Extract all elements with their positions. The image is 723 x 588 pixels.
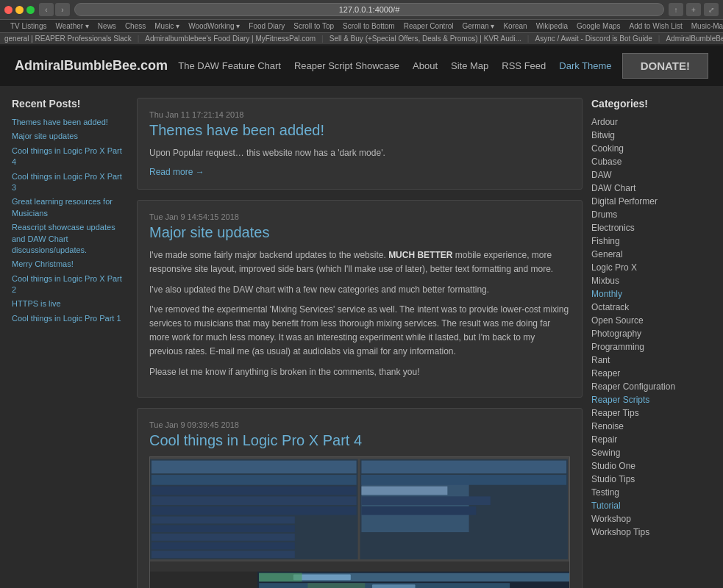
tab-german[interactable]: German ▾ — [458, 20, 499, 32]
cat-studio-tips[interactable]: Studio Tips — [591, 474, 711, 484]
recent-post-6[interactable]: Reascript showcase updates and DAW Chart… — [12, 222, 128, 256]
read-more-1[interactable]: Read more → — [149, 167, 204, 177]
cat-reaper-tips[interactable]: Reaper Tips — [591, 408, 711, 418]
tab-music-map[interactable]: Music-Map — [687, 20, 723, 32]
categories-title: Categories! — [591, 98, 711, 110]
nav-rss[interactable]: RSS Feed — [502, 60, 546, 71]
nav-sitemap[interactable]: Site Map — [451, 60, 488, 71]
back-button[interactable]: ‹ — [39, 3, 54, 16]
post-paragraph-2-3: I've removed the experimental 'Mixing Se… — [149, 303, 570, 359]
browser-nav-buttons: ‹ › — [39, 3, 70, 16]
cat-octatrack[interactable]: Octatrack — [591, 302, 711, 312]
recent-post-5[interactable]: Great learning resources for Musicians — [12, 196, 128, 219]
post-title-2[interactable]: Major site updates — [149, 224, 570, 241]
svg-rect-17 — [361, 506, 476, 515]
post-title-1[interactable]: Themes have been added! — [149, 122, 570, 139]
post-excerpt-1: Upon Popular request… this website now h… — [149, 146, 570, 160]
recent-posts-title: Recent Posts! — [12, 98, 128, 110]
cat-daw[interactable]: DAW — [591, 170, 711, 180]
recent-post-3[interactable]: Cool things in Logic Pro X Part 4 — [12, 146, 128, 168]
cat-reaper-scripts[interactable]: Reaper Scripts — [591, 395, 711, 405]
cat-ardour[interactable]: Ardour — [591, 117, 711, 127]
minimize-button[interactable] — [15, 6, 24, 14]
post-title-3[interactable]: Cool things in Logic Pro X Part 4 — [149, 432, 570, 449]
post-paragraph-2-4: Please let me know if anything is broken… — [149, 365, 570, 379]
tab-food-diary[interactable]: Food Diary — [244, 20, 289, 32]
cat-logic-pro-x[interactable]: Logic Pro X — [591, 262, 711, 273]
bookmark-async[interactable]: Async / Await - Discord is Bot Guide — [535, 35, 652, 43]
cat-programming[interactable]: Programming — [591, 342, 711, 352]
tab-reaper-control[interactable]: Reaper Control — [399, 20, 458, 32]
recent-post-10[interactable]: Cool things in Logic Pro Part 1 — [12, 313, 128, 324]
tab-woodworking[interactable]: WoodWorking ▾ — [184, 20, 244, 32]
cat-workshop-tips[interactable]: Workshop Tips — [591, 527, 711, 537]
tab-korean[interactable]: Korean — [499, 20, 531, 32]
post-date-1: Thu Jan 11 17:21:14 2018 — [149, 110, 570, 119]
forward-button[interactable]: › — [55, 3, 70, 16]
recent-post-8[interactable]: Cool things in Logic Pro X Part 2 — [12, 273, 128, 296]
tab-wish-list[interactable]: Add to Wish List — [625, 20, 687, 32]
tab-music[interactable]: Music ▾ — [150, 20, 184, 32]
cat-photography[interactable]: Photography — [591, 329, 711, 339]
tab-google-maps[interactable]: Google Maps — [572, 20, 624, 32]
cat-studio-one[interactable]: Studio One — [591, 461, 711, 471]
browser-chrome: ‹ › 127.0.0.1:4000/# ↑ + ⤢ TV Listings W… — [0, 0, 723, 46]
fullscreen-button[interactable]: ⤢ — [704, 3, 719, 16]
cat-electronics[interactable]: Electronics — [591, 223, 711, 233]
recent-post-7[interactable]: Merry Christmas! — [12, 259, 128, 270]
cat-workshop[interactable]: Workshop — [591, 514, 711, 524]
dark-theme-button[interactable]: Dark Theme — [559, 60, 611, 71]
recent-post-4[interactable]: Cool things in Logic Pro X Part 3 — [12, 171, 128, 194]
cat-mixbus[interactable]: Mixbus — [591, 276, 711, 286]
cat-renoise[interactable]: Renoise — [591, 421, 711, 431]
tab-weather[interactable]: Weather ▾ — [51, 20, 93, 32]
tab-scroll-to-bottom[interactable]: Scroll to Bottom — [338, 20, 399, 32]
svg-rect-31 — [293, 574, 351, 580]
bookmark-food-diary[interactable]: Admiralbumblebee's Food Diary | MyFitnes… — [145, 35, 316, 43]
cat-cooking[interactable]: Cooking — [591, 143, 711, 154]
cat-open-source[interactable]: Open Source — [591, 315, 711, 326]
tab-scroll-to-top[interactable]: Scroll to Top — [289, 20, 338, 32]
cat-fishing[interactable]: Fishing — [591, 236, 711, 246]
cat-rant[interactable]: Rant — [591, 355, 711, 365]
browser-tabs: TV Listings Weather ▾ News Chess Music ▾… — [0, 19, 723, 33]
cat-testing[interactable]: Testing — [591, 487, 711, 498]
tab-tv-listings[interactable]: TV Listings — [6, 20, 51, 32]
tab-chess[interactable]: Chess — [121, 20, 150, 32]
cat-general[interactable]: General — [591, 249, 711, 259]
tab-wikipedia[interactable]: Wikipedia — [532, 20, 572, 32]
cat-repair[interactable]: Repair — [591, 434, 711, 445]
svg-rect-1 — [152, 460, 357, 473]
maximize-button[interactable] — [26, 6, 35, 14]
svg-rect-16 — [361, 496, 490, 505]
cat-cubase[interactable]: Cubase — [591, 157, 711, 167]
nav-about[interactable]: About — [413, 60, 438, 71]
recent-post-1[interactable]: Themes have been added! — [12, 117, 128, 128]
address-bar[interactable]: 127.0.0.1:4000/# — [74, 3, 664, 16]
site-title: AdmiralBumbleBee.com — [15, 58, 168, 74]
cat-daw-chart[interactable]: DAW Chart — [591, 183, 711, 193]
donate-button[interactable]: DONATE! — [622, 53, 708, 79]
nav-reaper-script[interactable]: Reaper Script Showcase — [294, 60, 399, 71]
svg-rect-5 — [152, 506, 357, 515]
cat-reaper[interactable]: Reaper — [591, 368, 711, 379]
bookmark-admiralbumblebee[interactable]: AdmiralBumbleBee.com — [666, 35, 723, 43]
cat-bitwig[interactable]: Bitwig — [591, 130, 711, 140]
cat-monthly[interactable]: Monthly — [591, 289, 711, 299]
close-button[interactable] — [4, 6, 13, 14]
svg-rect-12 — [361, 460, 566, 473]
cat-digital-performer[interactable]: Digital Performer — [591, 196, 711, 207]
cat-reaper-configuration[interactable]: Reaper Configuration — [591, 381, 711, 392]
bookmark-button[interactable]: + — [686, 3, 701, 16]
share-button[interactable]: ↑ — [669, 3, 683, 16]
cat-tutorial[interactable]: Tutorial — [591, 501, 711, 511]
bookmark-reaper[interactable]: general | REAPER Professionals Slack — [4, 35, 132, 43]
nav-daw-chart[interactable]: The DAW Feature Chart — [178, 60, 281, 71]
recent-post-2[interactable]: Major site updates — [12, 131, 128, 142]
post-card-1: Thu Jan 11 17:21:14 2018 Themes have bee… — [137, 98, 583, 190]
cat-drums[interactable]: Drums — [591, 209, 711, 220]
bookmark-kvr[interactable]: Sell & Buy (+Special Offers, Deals & Pro… — [330, 35, 521, 43]
recent-post-9[interactable]: HTTPS is live — [12, 298, 128, 309]
cat-sewing[interactable]: Sewing — [591, 448, 711, 458]
tab-news[interactable]: News — [93, 20, 121, 32]
